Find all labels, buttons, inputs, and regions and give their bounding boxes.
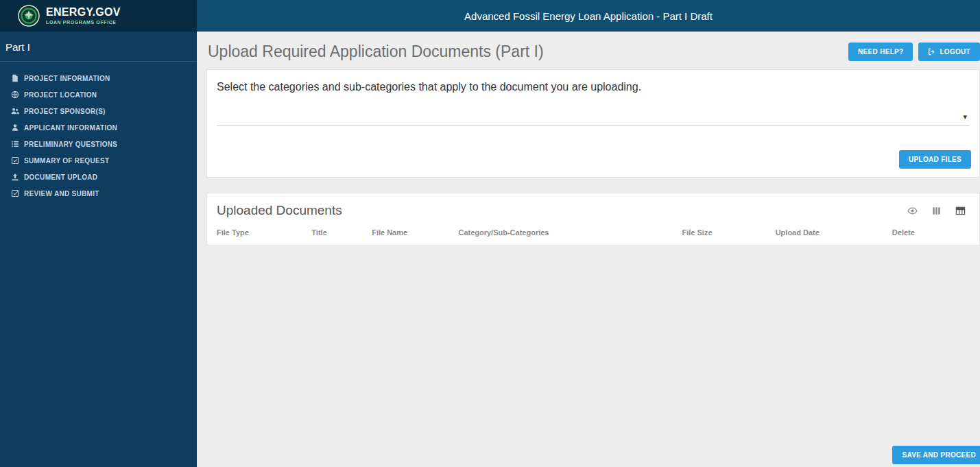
sidebar: Part I PROJECT INFORMATION PROJECT LOCAT…	[0, 32, 197, 467]
sidebar-item-label: APPLICANT INFORMATION	[24, 124, 117, 132]
column-header-category[interactable]: Category/Sub-Categories	[458, 228, 682, 237]
sidebar-item-document-upload[interactable]: DOCUMENT UPLOAD	[8, 169, 197, 185]
sidebar-item-project-information[interactable]: PROJECT INFORMATION	[8, 70, 197, 86]
save-and-proceed-button[interactable]: SAVE AND PROCEED	[892, 446, 980, 464]
eye-icon[interactable]	[907, 206, 918, 216]
sidebar-item-summary-of-request[interactable]: SUMMARY OF REQUEST	[8, 152, 197, 169]
header-buttons: NEED HELP? LOGOUT	[848, 43, 980, 61]
need-help-button[interactable]: NEED HELP?	[848, 43, 913, 61]
uploaded-documents-card: Uploaded Documents File Type Title File …	[206, 193, 980, 246]
top-bar: ENERGY.GOV LOAN PROGRAMS OFFICE Advanced…	[0, 0, 980, 32]
sidebar-item-label: PROJECT INFORMATION	[24, 75, 110, 82]
sidebar-item-label: REVIEW AND SUBMIT	[24, 190, 99, 197]
column-header-file-name[interactable]: File Name	[372, 228, 458, 237]
energy-gov-logo: ENERGY.GOV LOAN PROGRAMS OFFICE	[0, 0, 197, 32]
page-header: Upload Required Application Documents (P…	[197, 32, 980, 69]
energy-gov-seal	[18, 5, 40, 27]
upload-icon	[11, 173, 19, 181]
column-header-title[interactable]: Title	[311, 228, 372, 237]
uploaded-documents-title: Uploaded Documents	[217, 203, 342, 218]
logo-subtitle: LOAN PROGRAMS OFFICE	[46, 20, 121, 25]
upload-files-label: UPLOAD FILES	[909, 156, 961, 163]
upload-button-row: UPLOAD FILES	[899, 150, 971, 169]
chevron-down-icon: ▾	[963, 112, 967, 121]
sidebar-item-review-and-submit[interactable]: REVIEW AND SUBMIT	[8, 185, 197, 202]
page-title: Upload Required Application Documents (P…	[208, 43, 544, 61]
sidebar-item-label: PRELIMINARY QUESTIONS	[24, 141, 117, 148]
need-help-label: NEED HELP?	[858, 48, 903, 56]
sidebar-item-label: SUMMARY OF REQUEST	[24, 157, 109, 165]
sidebar-section-label: Part I	[0, 32, 197, 61]
users-icon	[11, 107, 19, 115]
column-header-delete[interactable]: Delete	[892, 228, 970, 237]
application-title: Advanced Fossil Energy Loan Application …	[464, 10, 713, 22]
logo-title: ENERGY.GOV	[46, 7, 121, 19]
column-header-upload-date[interactable]: Upload Date	[776, 228, 892, 237]
check-square-icon	[11, 156, 19, 165]
globe-icon	[11, 91, 19, 99]
table-tools	[907, 206, 966, 216]
topbar-title-area: Advanced Fossil Energy Loan Application …	[197, 0, 980, 32]
review-check-icon	[11, 189, 19, 197]
upload-files-button[interactable]: UPLOAD FILES	[899, 150, 971, 169]
save-and-proceed-label: SAVE AND PROCEED	[902, 451, 976, 459]
upload-card: Select the categories and sub-categories…	[206, 69, 980, 178]
sidebar-nav: PROJECT INFORMATION PROJECT LOCATION PRO…	[0, 62, 197, 202]
sidebar-item-label: DOCUMENT UPLOAD	[24, 173, 97, 181]
column-header-file-size[interactable]: File Size	[682, 228, 776, 237]
columns-icon[interactable]	[931, 206, 942, 216]
category-select[interactable]: ▾	[217, 103, 970, 126]
table-icon[interactable]	[955, 206, 966, 216]
column-header-file-type[interactable]: File Type	[217, 228, 311, 237]
user-icon	[11, 123, 19, 132]
uploaded-documents-header: Uploaded Documents	[207, 203, 979, 218]
sidebar-item-applicant-information[interactable]: APPLICANT INFORMATION	[8, 119, 197, 136]
logout-label: LOGOUT	[940, 48, 970, 56]
documents-table-header: File Type Title File Name Category/Sub-C…	[207, 218, 979, 245]
sidebar-item-project-location[interactable]: PROJECT LOCATION	[8, 86, 197, 103]
logout-icon	[928, 48, 935, 56]
logo-text: ENERGY.GOV LOAN PROGRAMS OFFICE	[46, 7, 121, 25]
sidebar-item-project-sponsors[interactable]: PROJECT SPONSOR(S)	[8, 103, 197, 119]
upload-instruction: Select the categories and sub-categories…	[217, 81, 970, 93]
logout-button[interactable]: LOGOUT	[918, 43, 980, 61]
list-icon	[11, 140, 19, 148]
sidebar-item-label: PROJECT SPONSOR(S)	[24, 108, 106, 115]
document-icon	[11, 74, 19, 82]
sidebar-item-label: PROJECT LOCATION	[24, 91, 97, 99]
sidebar-item-preliminary-questions[interactable]: PRELIMINARY QUESTIONS	[8, 136, 197, 152]
main-content: Upload Required Application Documents (P…	[197, 32, 980, 467]
